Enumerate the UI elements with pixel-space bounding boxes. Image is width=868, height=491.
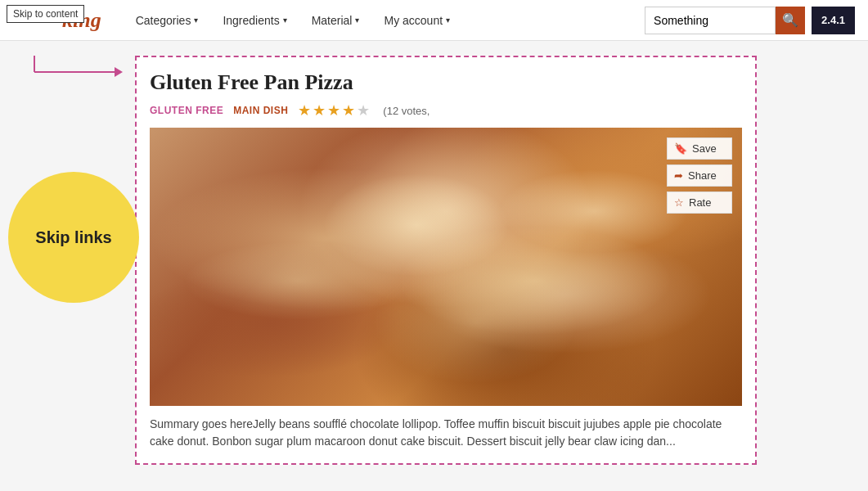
header: Skip to content king Categories ▾ Ingred… xyxy=(0,0,868,41)
share-button[interactable]: ➦ Share xyxy=(667,164,732,187)
search-area: 🔍 2.4.1 xyxy=(645,7,855,34)
search-input[interactable] xyxy=(645,7,776,34)
content-card: Gluten Free Pan Pizza GLUTEN FREE MAIN D… xyxy=(135,56,757,465)
star-rating[interactable]: ★ ★ ★ ★ ★ xyxy=(298,101,370,119)
share-icon: ➦ xyxy=(674,169,683,182)
rate-button[interactable]: ☆ Rate xyxy=(667,191,732,214)
star-icon: ☆ xyxy=(674,196,684,209)
share-label: Share xyxy=(688,169,717,182)
chevron-down-icon: ▾ xyxy=(446,16,450,25)
star-3-icon: ★ xyxy=(327,101,340,119)
tag-main-dish: MAIN DISH xyxy=(233,105,288,116)
main-content: Skip links Gluten Free Pan Pizza GLUTEN … xyxy=(0,41,868,473)
svg-marker-2 xyxy=(115,67,123,77)
save-label: Save xyxy=(692,142,717,155)
recipe-title: Gluten Free Pan Pizza xyxy=(150,70,742,95)
star-1-icon: ★ xyxy=(298,101,311,119)
arrow-annotation xyxy=(16,56,123,83)
star-4-icon: ★ xyxy=(342,101,355,119)
votes-count: (12 votes, xyxy=(383,105,430,117)
tag-gluten-free: GLUTEN FREE xyxy=(150,105,223,116)
search-icon: 🔍 xyxy=(782,12,798,28)
recipe-image xyxy=(150,128,742,406)
nav-item-material[interactable]: Material ▾ xyxy=(302,9,370,32)
recipe-image-container: 🔖 Save ➦ Share ☆ Rate xyxy=(150,128,742,406)
version-badge: 2.4.1 xyxy=(812,7,855,34)
save-button[interactable]: 🔖 Save xyxy=(667,137,732,160)
chevron-down-icon: ▾ xyxy=(355,16,359,25)
action-buttons: 🔖 Save ➦ Share ☆ Rate xyxy=(667,137,732,214)
skip-to-content-link[interactable]: Skip to content xyxy=(7,5,84,23)
arrow-svg xyxy=(16,56,123,80)
star-2-icon: ★ xyxy=(313,101,326,119)
rate-label: Rate xyxy=(689,196,711,209)
chevron-down-icon: ▾ xyxy=(194,16,198,25)
skip-links-label: Skip links xyxy=(27,220,119,255)
nav-item-ingredients[interactable]: Ingredients ▾ xyxy=(213,9,296,32)
main-nav: Categories ▾ Ingredients ▾ Material ▾ My… xyxy=(126,9,645,32)
chevron-down-icon: ▾ xyxy=(283,16,287,25)
recipe-summary: Summary goes hereJelly beans soufflé cho… xyxy=(150,416,742,450)
star-5-icon: ★ xyxy=(357,101,370,119)
nav-item-categories[interactable]: Categories ▾ xyxy=(126,9,209,32)
search-button[interactable]: 🔍 xyxy=(776,7,805,34)
nav-item-myaccount[interactable]: My account ▾ xyxy=(374,9,460,32)
bookmark-icon: 🔖 xyxy=(674,142,687,155)
tags-rating-row: GLUTEN FREE MAIN DISH ★ ★ ★ ★ ★ (12 vote… xyxy=(150,101,742,119)
skip-links-circle: Skip links xyxy=(8,172,139,303)
